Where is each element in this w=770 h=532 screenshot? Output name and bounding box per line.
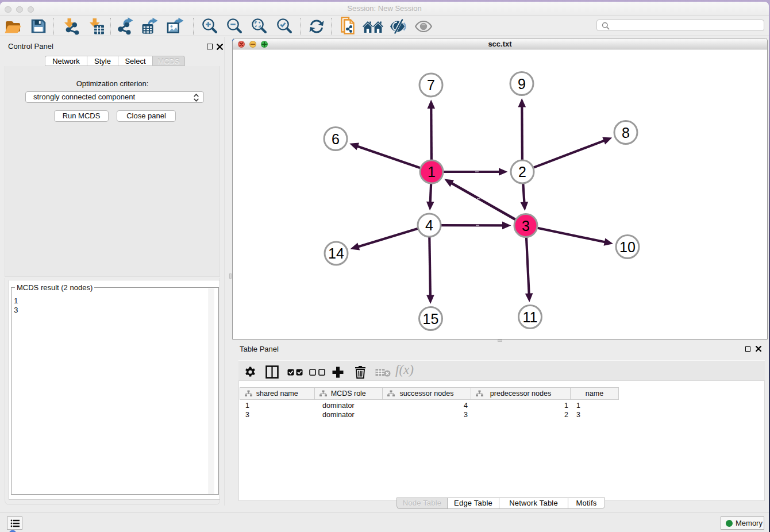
svg-text:7: 7 bbox=[427, 77, 435, 93]
svg-text:15: 15 bbox=[423, 311, 439, 327]
svg-text:14: 14 bbox=[328, 245, 344, 261]
svg-text:1: 1 bbox=[428, 164, 436, 180]
svg-text:4: 4 bbox=[425, 217, 433, 233]
svg-text:6: 6 bbox=[332, 131, 340, 147]
svg-text:8: 8 bbox=[622, 125, 630, 141]
svg-text:2: 2 bbox=[518, 164, 526, 180]
svg-text:10: 10 bbox=[619, 239, 636, 255]
svg-text:11: 11 bbox=[523, 309, 538, 325]
svg-text:9: 9 bbox=[518, 76, 526, 92]
svg-text:3: 3 bbox=[522, 218, 530, 234]
